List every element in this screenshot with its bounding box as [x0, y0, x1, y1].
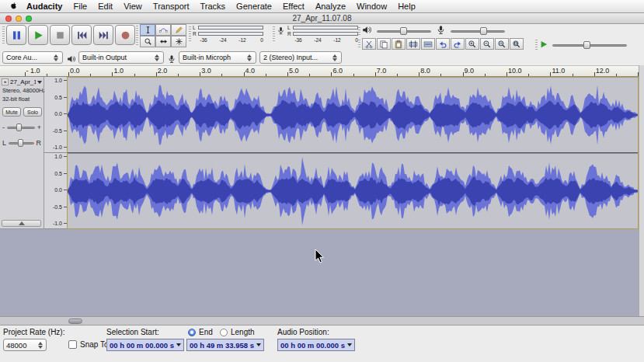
project-rate-combo[interactable]: 48000: [3, 339, 47, 351]
menu-item-window[interactable]: Window: [351, 2, 392, 11]
length-radio[interactable]: [220, 329, 228, 336]
scale-label: 1.0: [54, 154, 62, 159]
meter-scale: -36-24-120: [287, 37, 359, 44]
scale-label: -0.5: [53, 128, 62, 134]
selection-start-field[interactable]: 00 h 00 m 00.000 s: [106, 339, 184, 351]
mute-button[interactable]: Mute: [2, 107, 21, 117]
menu-item-tracks[interactable]: Tracks: [195, 2, 231, 11]
audio-host-combo[interactable]: Core Au...: [2, 51, 63, 64]
horizontal-scrollbar[interactable]: [0, 316, 644, 325]
stop-button[interactable]: [50, 25, 70, 45]
audio-position-field[interactable]: 00 h 00 m 00.000 s: [277, 339, 355, 351]
output-volume-slider[interactable]: [377, 26, 431, 36]
silence-button[interactable]: [421, 38, 435, 50]
zoom-tool-button[interactable]: [140, 36, 155, 47]
meter-channel-label: R: [287, 31, 291, 37]
input-volume-slider[interactable]: [451, 26, 505, 36]
slider-thumb[interactable]: [16, 124, 22, 131]
menu-items: AudacityFileEditViewTransportTracksGener…: [21, 2, 421, 11]
skip-start-button[interactable]: [71, 25, 92, 45]
selection-start-value: 00 h 00 m 00.000 s: [110, 341, 174, 350]
gain-min-label: -: [2, 124, 5, 131]
output-device-combo[interactable]: Built-in Output: [78, 51, 164, 64]
dropdown-caret-icon[interactable]: [256, 343, 261, 346]
menu-item-view[interactable]: View: [118, 2, 148, 11]
pan-slider[interactable]: [9, 138, 33, 148]
transport-toolbar: [6, 25, 135, 45]
slider-thumb[interactable]: [480, 27, 487, 35]
vertical-scrollbar-track[interactable]: [639, 65, 644, 325]
undo-button[interactable]: [436, 38, 450, 50]
timeline-tick: [353, 74, 354, 76]
gain-slider[interactable]: [7, 123, 35, 132]
slider-thumb[interactable]: [18, 139, 23, 147]
timeline-label: 5.0: [289, 67, 299, 75]
menu-item-transport[interactable]: Transport: [148, 2, 195, 11]
trim-button[interactable]: [406, 38, 420, 50]
fit-project-button[interactable]: [510, 38, 524, 50]
timeline-ruler[interactable]: - 1.00.01.02.03.04.05.06.07.08.09.010.01…: [0, 65, 639, 77]
window-titlebar: 27_Apr_11.07.08: [0, 13, 644, 24]
skip-end-button[interactable]: [93, 25, 113, 45]
timeline-tick: [506, 72, 507, 76]
dropdown-caret-icon[interactable]: [347, 343, 352, 346]
meter-mic-icon[interactable]: [277, 25, 285, 36]
fit-selection-button[interactable]: [495, 38, 509, 50]
track-collapse-button[interactable]: [2, 220, 41, 227]
timeline-label: 2.0: [158, 67, 168, 75]
draw-tool-button[interactable]: [171, 24, 186, 36]
timeline-label: 11.0: [552, 67, 565, 75]
input-device-combo[interactable]: Built-in Microph: [179, 51, 256, 64]
dropdown-caret-icon[interactable]: [176, 343, 181, 346]
vertical-ruler[interactable]: 1.00.50.0-0.5-1.01.00.50.0-0.5-1.0: [44, 77, 67, 229]
end-radio-label[interactable]: End: [199, 328, 213, 336]
status-bar: Project Rate (Hz): 48000 Snap To Selecti…: [0, 325, 644, 362]
zoom-in-button[interactable]: [465, 38, 479, 50]
selection-end-field[interactable]: 00 h 49 m 33.958 s: [186, 339, 264, 351]
record-button[interactable]: [115, 25, 135, 45]
menu-item-edit[interactable]: Edit: [92, 2, 118, 11]
slider-thumb[interactable]: [583, 41, 590, 49]
mouse-cursor: [315, 249, 325, 264]
pause-button[interactable]: [6, 25, 26, 45]
zoom-out-button[interactable]: [480, 38, 494, 50]
timeline-tick: [244, 72, 245, 76]
menu-item-effect[interactable]: Effect: [277, 2, 310, 11]
apple-menu[interactable]: [9, 1, 18, 12]
slider-thumb[interactable]: [400, 27, 407, 35]
redo-button[interactable]: [451, 38, 465, 50]
track-close-button[interactable]: ×: [2, 78, 9, 85]
timeshift-tool-button[interactable]: [155, 36, 171, 47]
selection-tool-button[interactable]: [140, 24, 155, 36]
paste-button[interactable]: [392, 38, 406, 50]
play-speed-slider[interactable]: [552, 40, 627, 50]
meter-tick-label: -36: [200, 37, 207, 43]
meter-bars: LR-36-24-120: [287, 25, 359, 44]
end-radio[interactable]: [188, 329, 196, 336]
track-menu-icon[interactable]: [37, 81, 42, 84]
menu-item-audacity[interactable]: Audacity: [21, 2, 68, 11]
timeline-label: 7.0: [377, 67, 387, 75]
envelope-tool-button[interactable]: [155, 24, 171, 36]
length-radio-label[interactable]: Length: [231, 328, 255, 336]
copy-button[interactable]: [377, 38, 391, 50]
audio-position-value: 00 h 00 m 00.000 s: [280, 341, 345, 350]
scale-label: -1.0: [53, 221, 62, 226]
multi-tool-button[interactable]: [171, 36, 186, 47]
play-button[interactable]: [28, 25, 48, 45]
gain-max-label: +: [37, 124, 41, 131]
scrollbar-thumb[interactable]: [68, 318, 82, 324]
menu-item-help[interactable]: Help: [392, 2, 421, 11]
menu-item-analyze[interactable]: Analyze: [310, 2, 351, 11]
menu-item-file[interactable]: File: [68, 2, 92, 11]
timeline-tick: [287, 72, 288, 76]
waveform-channel-right[interactable]: [68, 154, 638, 228]
snap-to-checkbox[interactable]: [68, 340, 77, 349]
timeline-tick: [594, 72, 595, 76]
timeline-label: 10.0: [508, 67, 522, 75]
cut-button[interactable]: [362, 38, 376, 50]
solo-button[interactable]: Solo: [23, 107, 42, 117]
input-channels-combo[interactable]: 2 (Stereo) Input...: [259, 51, 342, 64]
menu-item-generate[interactable]: Generate: [231, 2, 277, 11]
waveform-channel-left[interactable]: [68, 78, 638, 152]
